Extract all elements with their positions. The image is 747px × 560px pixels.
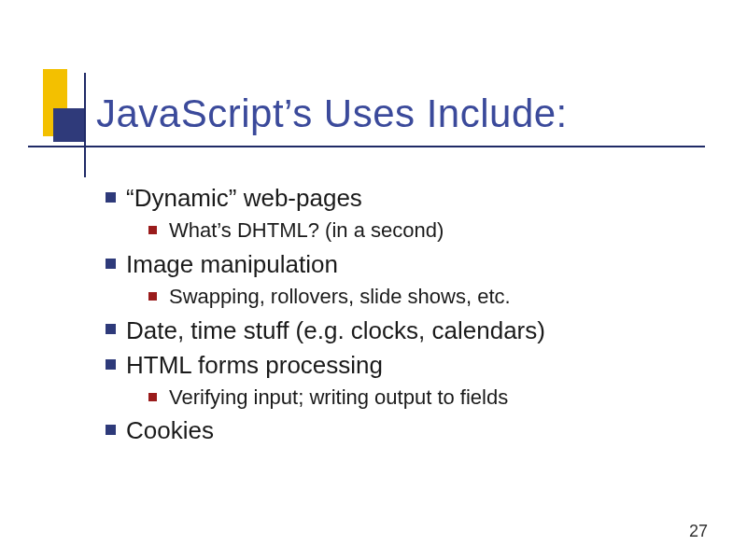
list-item-text: Verifying input; writing output to field… xyxy=(169,385,508,409)
list-item-text: “Dynamic” web-pages xyxy=(126,184,362,212)
accent-rectangle-navy xyxy=(53,108,85,142)
list-item-text: Swapping, rollovers, slide shows, etc. xyxy=(169,285,511,308)
sub-bullet-list: Verifying input; writing output to field… xyxy=(126,384,703,412)
list-item-text: What’s DHTML? (in a second) xyxy=(169,218,444,242)
list-item: Verifying input; writing output to field… xyxy=(148,384,703,412)
slide-content: “Dynamic” web-pages What’s DHTML? (in a … xyxy=(106,182,703,450)
list-item: HTML forms processing Verifying input; w… xyxy=(106,349,703,412)
divider-vertical xyxy=(84,73,86,177)
list-item: “Dynamic” web-pages What’s DHTML? (in a … xyxy=(106,182,703,245)
title-decoration xyxy=(31,80,96,164)
divider-horizontal xyxy=(28,146,705,147)
list-item: Date, time stuff (e.g. clocks, calendars… xyxy=(106,315,703,347)
sub-bullet-list: What’s DHTML? (in a second) xyxy=(126,217,703,245)
slide-title: JavaScript’s Uses Include: xyxy=(96,91,568,136)
list-item: Image manipulation Swapping, rollovers, … xyxy=(106,248,703,311)
list-item-text: Date, time stuff (e.g. clocks, calendars… xyxy=(126,316,545,344)
list-item: Cookies xyxy=(106,414,703,447)
list-item-text: Image manipulation xyxy=(126,250,338,278)
page-number: 27 xyxy=(689,522,708,541)
slide: JavaScript’s Uses Include: “Dynamic” web… xyxy=(0,0,747,560)
list-item-text: Cookies xyxy=(126,416,214,444)
sub-bullet-list: Swapping, rollovers, slide shows, etc. xyxy=(126,283,703,311)
list-item: Swapping, rollovers, slide shows, etc. xyxy=(148,283,703,311)
list-item-text: HTML forms processing xyxy=(126,351,383,379)
bullet-list: “Dynamic” web-pages What’s DHTML? (in a … xyxy=(106,182,703,448)
list-item: What’s DHTML? (in a second) xyxy=(148,217,703,245)
